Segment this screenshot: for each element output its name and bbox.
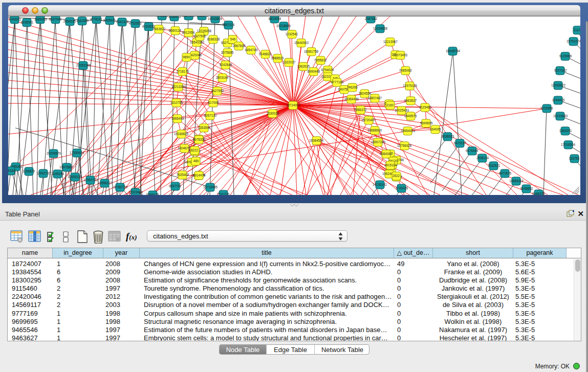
svg-text:9146821: 9146821 — [259, 52, 272, 56]
svg-text:1353594: 1353594 — [198, 126, 211, 129]
svg-text:6914479: 6914479 — [193, 173, 206, 177]
svg-text:4752553: 4752553 — [129, 21, 142, 25]
svg-text:19384554: 19384554 — [309, 139, 324, 142]
svg-text:3215958: 3215958 — [540, 106, 553, 110]
svg-text:8938923: 8938923 — [442, 135, 454, 138]
svg-text:8454749: 8454749 — [245, 48, 258, 52]
svg-text:8990448: 8990448 — [308, 70, 320, 73]
svg-text:9699695: 9699695 — [420, 121, 433, 125]
svg-text:6965328: 6965328 — [146, 193, 159, 195]
svg-text:7648350: 7648350 — [156, 16, 168, 17]
svg-text:3375685: 3375685 — [221, 51, 234, 54]
svg-text:7357224: 7357224 — [222, 23, 235, 27]
svg-text:4078161: 4078161 — [90, 17, 103, 21]
svg-text:8678332: 8678332 — [193, 138, 206, 141]
svg-text:8196001: 8196001 — [21, 20, 34, 24]
svg-text:10807487: 10807487 — [367, 96, 382, 100]
svg-text:7625402: 7625402 — [177, 173, 189, 177]
svg-text:164095: 164095 — [430, 127, 441, 131]
svg-text:7986372: 7986372 — [354, 108, 367, 112]
svg-text:9463627: 9463627 — [404, 99, 417, 102]
svg-text:2967608: 2967608 — [233, 44, 246, 48]
svg-text:12975115: 12975115 — [403, 84, 417, 87]
svg-text:10688609: 10688609 — [367, 128, 382, 132]
svg-text:16033809: 16033809 — [208, 17, 223, 20]
svg-text:39154: 39154 — [8, 169, 15, 172]
svg-text:8912954: 8912954 — [182, 31, 195, 34]
svg-text:7485063: 7485063 — [399, 69, 412, 72]
svg-text:9474444: 9474444 — [466, 149, 478, 152]
svg-text:19166825: 19166825 — [174, 132, 189, 136]
svg-text:6479197: 6479197 — [454, 141, 467, 145]
svg-text:6794024: 6794024 — [321, 68, 334, 72]
svg-text:1156829: 1156829 — [23, 169, 35, 173]
svg-text:1369291: 1369291 — [559, 129, 572, 133]
svg-text:12093822: 12093822 — [551, 83, 566, 87]
svg-text:2522: 2522 — [393, 174, 400, 178]
svg-text:3056413: 3056413 — [168, 16, 181, 18]
svg-text:10025433: 10025433 — [395, 108, 409, 112]
svg-text:22053346: 22053346 — [76, 63, 91, 67]
svg-text:116753: 116753 — [569, 157, 580, 160]
svg-text:17016504: 17016504 — [561, 143, 576, 146]
svg-text:489: 489 — [193, 159, 199, 163]
svg-text:1549575: 1549575 — [404, 114, 417, 118]
svg-text:12213967: 12213967 — [383, 40, 398, 43]
svg-text:9537672: 9537672 — [182, 16, 195, 17]
svg-text:10958107: 10958107 — [98, 181, 113, 185]
svg-text:2803144: 2803144 — [216, 76, 229, 79]
svg-text:1733426: 1733426 — [396, 186, 408, 190]
svg-text:16961758: 16961758 — [304, 50, 319, 53]
svg-text:3389083: 3389083 — [34, 17, 47, 21]
svg-text:0341316: 0341316 — [116, 20, 129, 24]
svg-text:14136141: 14136141 — [373, 183, 387, 186]
svg-text:10975867: 10975867 — [59, 165, 74, 169]
svg-text:8495931: 8495931 — [103, 18, 116, 22]
svg-text:746266: 746266 — [346, 85, 358, 89]
svg-text:7955812: 7955812 — [314, 58, 327, 62]
svg-text:7663822: 7663822 — [153, 27, 166, 31]
svg-text:20206576: 20206576 — [47, 151, 61, 155]
svg-text:817006: 817006 — [208, 101, 219, 104]
svg-text:546: 546 — [230, 37, 236, 41]
svg-text:2654235: 2654235 — [63, 19, 76, 23]
svg-text:10973493: 10973493 — [393, 53, 408, 57]
svg-text:7101226: 7101226 — [217, 192, 230, 195]
svg-text:8660124: 8660124 — [169, 29, 182, 32]
svg-text:11121: 11121 — [574, 28, 580, 32]
svg-text:16543382: 16543382 — [190, 40, 205, 44]
svg-text:8813054: 8813054 — [269, 17, 281, 20]
svg-text:2935114: 2935114 — [476, 156, 489, 160]
svg-text:9657791: 9657791 — [169, 184, 182, 188]
svg-text:4238849: 4238849 — [196, 16, 209, 17]
svg-text:1161559: 1161559 — [76, 19, 89, 23]
svg-text:1610755: 1610755 — [170, 101, 183, 104]
svg-text:2718176: 2718176 — [177, 70, 189, 73]
svg-text:12505135: 12505135 — [68, 175, 82, 179]
svg-text:18724007: 18724007 — [286, 103, 301, 107]
svg-text:20364436: 20364436 — [344, 97, 359, 101]
svg-text:16154838: 16154838 — [373, 27, 388, 30]
svg-text:15751074: 15751074 — [567, 39, 580, 43]
svg-text:3824554: 3824554 — [359, 92, 372, 95]
svg-text:16782759: 16782759 — [113, 185, 128, 189]
svg-text:12213389: 12213389 — [171, 85, 186, 89]
svg-text:9166978: 9166978 — [532, 192, 545, 195]
svg-text:2160: 2160 — [386, 103, 394, 107]
svg-text:16210643: 16210643 — [553, 114, 568, 118]
svg-text:15640910: 15640910 — [294, 41, 309, 45]
svg-text:9242848: 9242848 — [220, 63, 232, 67]
svg-text:9245652: 9245652 — [520, 187, 533, 190]
svg-text:10654112: 10654112 — [509, 179, 524, 183]
svg-text:1043321: 1043321 — [9, 17, 21, 21]
svg-text:8186328: 8186328 — [207, 37, 220, 41]
svg-text:1615117: 1615117 — [384, 163, 397, 167]
svg-text:1965493: 1965493 — [171, 117, 184, 120]
svg-text:9327506: 9327506 — [193, 34, 206, 38]
svg-text:9115460: 9115460 — [419, 105, 432, 109]
svg-text:16648784: 16648784 — [446, 49, 461, 53]
svg-text:12923446: 12923446 — [128, 190, 143, 194]
svg-text:2087682: 2087682 — [365, 17, 378, 20]
svg-text:15716485: 15716485 — [203, 185, 218, 189]
svg-text:9227342: 9227342 — [554, 69, 567, 72]
